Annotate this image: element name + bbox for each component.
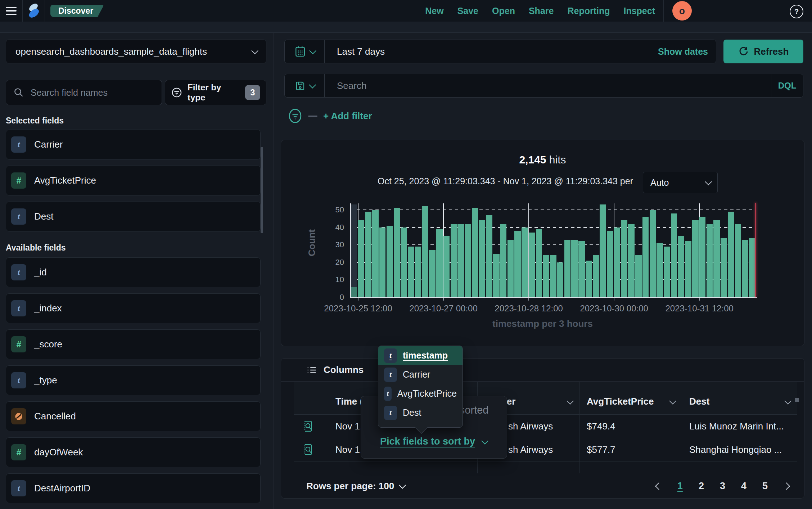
- histogram-bar[interactable]: [493, 254, 499, 298]
- avatar[interactable]: o: [672, 1, 692, 21]
- histogram-bar[interactable]: [557, 262, 563, 297]
- refresh-button[interactable]: Refresh: [723, 40, 803, 63]
- histogram-bar[interactable]: [593, 255, 599, 297]
- chevron-down-icon[interactable]: [784, 397, 791, 405]
- histogram-bar[interactable]: [387, 226, 393, 297]
- histogram-bar[interactable]: [472, 208, 478, 297]
- page-4[interactable]: 4: [741, 481, 746, 492]
- table-header-avgticketprice[interactable]: AvgTicketPrice: [579, 382, 682, 415]
- histogram-bar[interactable]: [372, 210, 378, 297]
- histogram-bar[interactable]: [707, 224, 713, 297]
- histogram-bar[interactable]: [365, 212, 371, 297]
- histogram-bar[interactable]: [713, 220, 719, 297]
- histogram-bar[interactable]: [657, 243, 663, 297]
- histogram-bar[interactable]: [422, 206, 428, 297]
- histogram-bar[interactable]: [436, 229, 442, 297]
- filter-by-type-button[interactable]: Filter by type 3: [165, 80, 266, 105]
- histogram-plot[interactable]: 2023-10-25 12:002023-10-27 00:002023-10-…: [351, 202, 756, 297]
- histogram-bar[interactable]: [621, 220, 627, 297]
- field-item-AvgTicketPrice[interactable]: #AvgTicketPrice: [6, 166, 261, 195]
- histogram-bar[interactable]: [415, 247, 421, 297]
- histogram-bar[interactable]: [394, 208, 400, 297]
- histogram-bar[interactable]: [721, 238, 727, 297]
- histogram-bar[interactable]: [543, 255, 549, 297]
- histogram-bar[interactable]: [685, 241, 691, 297]
- add-filter-button[interactable]: + Add filter: [323, 111, 372, 122]
- histogram-bar[interactable]: [607, 231, 613, 297]
- histogram-bar[interactable]: [486, 215, 492, 297]
- field-item-Carrier[interactable]: tCarrier: [6, 130, 261, 159]
- histogram-bar[interactable]: [671, 213, 677, 297]
- sort-field-option-timestamp[interactable]: ttimestamp: [378, 346, 463, 365]
- histogram-bar[interactable]: [514, 231, 520, 297]
- histogram-bar[interactable]: [465, 224, 471, 297]
- histogram-bar[interactable]: [508, 240, 514, 297]
- histogram-bar[interactable]: [529, 233, 535, 297]
- histogram-bar[interactable]: [401, 228, 407, 297]
- expand-row-button[interactable]: [294, 438, 328, 461]
- histogram-bar[interactable]: [479, 220, 485, 297]
- field-item-_id[interactable]: t_id: [6, 257, 261, 287]
- histogram-bar[interactable]: [522, 228, 528, 297]
- show-dates-button[interactable]: Show dates: [658, 46, 716, 57]
- field-search-box[interactable]: [6, 80, 162, 105]
- chevron-down-icon[interactable]: [669, 397, 676, 405]
- histogram-bar[interactable]: [451, 224, 457, 297]
- nav-link-save[interactable]: Save: [457, 6, 478, 16]
- histogram-bar[interactable]: [457, 224, 464, 297]
- query-language-button[interactable]: DQL: [771, 74, 803, 97]
- histogram-bar[interactable]: [742, 240, 748, 297]
- interval-select[interactable]: Auto: [643, 172, 718, 193]
- histogram-bar[interactable]: [351, 287, 357, 297]
- sort-field-option-Carrier[interactable]: tCarrier: [378, 365, 463, 384]
- nav-link-new[interactable]: New: [425, 6, 443, 16]
- sidebar-scrollbar[interactable]: [261, 147, 263, 233]
- nav-link-inspect[interactable]: Inspect: [623, 6, 655, 16]
- histogram-bar[interactable]: [728, 212, 734, 297]
- histogram-bar[interactable]: [550, 255, 556, 297]
- histogram-bar[interactable]: [571, 240, 577, 297]
- histogram-bar[interactable]: [408, 247, 414, 297]
- histogram-bar[interactable]: [749, 238, 755, 297]
- histogram-bar[interactable]: [536, 229, 542, 297]
- page-5[interactable]: 5: [762, 481, 768, 492]
- histogram-bar[interactable]: [635, 255, 641, 297]
- page-scrollbar-track[interactable]: [808, 22, 808, 509]
- histogram-bar[interactable]: [642, 217, 649, 297]
- table-scrollbar-thumb[interactable]: [795, 398, 799, 402]
- histogram-bar[interactable]: [650, 210, 656, 297]
- histogram-bar[interactable]: [379, 228, 385, 297]
- histogram-bar[interactable]: [699, 217, 705, 297]
- calendar-menu-button[interactable]: [285, 40, 325, 63]
- time-range-value[interactable]: Last 7 days: [325, 46, 385, 57]
- field-item-Cancelled[interactable]: Cancelled: [6, 401, 261, 431]
- page-3[interactable]: 3: [720, 481, 725, 492]
- nav-link-open[interactable]: Open: [492, 6, 515, 16]
- rows-per-page-button[interactable]: Rows per page: 100: [306, 481, 404, 492]
- field-item-_index[interactable]: t_index: [6, 293, 261, 323]
- histogram-bar[interactable]: [586, 261, 592, 297]
- nav-link-reporting[interactable]: Reporting: [567, 6, 610, 16]
- histogram-bar[interactable]: [664, 247, 670, 297]
- saved-query-menu-button[interactable]: [285, 74, 325, 97]
- histogram-bar[interactable]: [578, 241, 585, 297]
- field-item-_score[interactable]: #_score: [6, 329, 261, 359]
- histogram-bar[interactable]: [358, 220, 364, 297]
- opensearch-logo-icon[interactable]: [25, 3, 42, 19]
- help-icon[interactable]: ?: [790, 5, 803, 18]
- next-page-icon[interactable]: [782, 482, 790, 490]
- histogram-bar[interactable]: [500, 224, 506, 297]
- histogram-bar[interactable]: [600, 204, 606, 297]
- nav-link-share[interactable]: Share: [529, 6, 554, 16]
- sort-field-option-AvgTicketPrice[interactable]: tAvgTicketPrice: [378, 384, 463, 403]
- chevron-down-icon[interactable]: [567, 397, 574, 405]
- histogram-bar[interactable]: [692, 220, 698, 297]
- index-pattern-select[interactable]: opensearch_dashboards_sample_data_flight…: [6, 40, 266, 63]
- query-search-input[interactable]: [325, 80, 771, 92]
- histogram-bar[interactable]: [614, 228, 620, 297]
- field-item-_type[interactable]: t_type: [6, 365, 261, 395]
- histogram-bar[interactable]: [678, 236, 684, 297]
- histogram-bar[interactable]: [429, 250, 435, 297]
- histogram-bar[interactable]: [628, 224, 634, 297]
- field-search-input[interactable]: [30, 87, 139, 98]
